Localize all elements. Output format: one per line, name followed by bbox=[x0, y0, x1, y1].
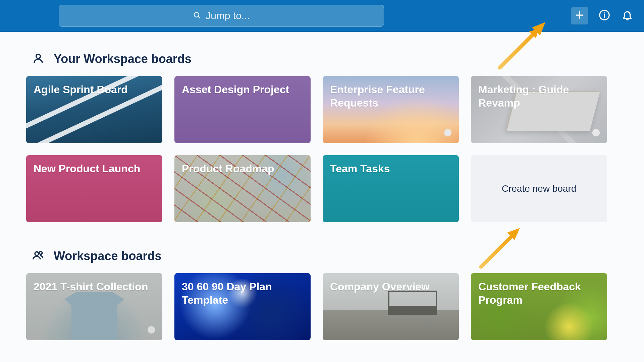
create-new-board-button[interactable]: Create new board bbox=[471, 155, 607, 222]
board-card-team-tasks[interactable]: Team Tasks bbox=[323, 155, 459, 222]
board-card-agile-sprint[interactable]: Agile Sprint Board bbox=[26, 76, 162, 143]
board-title: Team Tasks bbox=[330, 163, 390, 175]
svg-line-1 bbox=[198, 16, 200, 18]
create-button[interactable] bbox=[571, 7, 588, 24]
notifications-button[interactable] bbox=[621, 9, 634, 22]
board-card-2021-tshirt-collection[interactable]: 2021 T-shirt Collection bbox=[26, 273, 162, 340]
board-card-marketing-guide-revamp[interactable]: Marketing : Guide Revamp bbox=[471, 76, 607, 143]
your-boards-grid: Agile Sprint Board Asset Design Project … bbox=[26, 76, 618, 222]
board-title: Agile Sprint Board bbox=[34, 83, 128, 96]
board-indicator-dot bbox=[444, 129, 451, 136]
search-input[interactable]: Jump to... bbox=[59, 5, 384, 27]
topbar-actions bbox=[571, 7, 634, 24]
board-title: New Product Launch bbox=[34, 163, 140, 175]
svg-point-10 bbox=[36, 54, 41, 59]
board-card-30-60-90-plan[interactable]: 30 60 90 Day Plan Template bbox=[174, 273, 311, 340]
board-indicator-dot bbox=[148, 326, 155, 334]
board-card-customer-feedback-program[interactable]: Customer Feedback Program bbox=[471, 273, 607, 340]
workspace-boards-header: Workspace boards bbox=[32, 249, 618, 263]
board-title: Product Roadmap bbox=[182, 163, 274, 175]
board-card-product-roadmap[interactable]: Product Roadmap bbox=[174, 155, 311, 222]
info-icon bbox=[599, 9, 610, 22]
workspace-boards-grid: 2021 T-shirt Collection 30 60 90 Day Pla… bbox=[26, 273, 618, 340]
section-title: Workspace boards bbox=[54, 249, 161, 263]
create-new-board-label: Create new board bbox=[502, 183, 577, 194]
board-title: Company Overview bbox=[330, 281, 430, 293]
board-title: 2021 T-shirt Collection bbox=[34, 281, 148, 293]
svg-point-6 bbox=[604, 12, 605, 13]
search-icon bbox=[193, 10, 201, 21]
plus-icon bbox=[575, 10, 585, 21]
info-button[interactable] bbox=[598, 9, 611, 22]
your-workspace-boards-header: Your Workspace boards bbox=[32, 52, 618, 66]
section-title: Your Workspace boards bbox=[54, 52, 192, 66]
person-icon bbox=[32, 52, 44, 66]
board-card-asset-design[interactable]: Asset Design Project bbox=[174, 76, 311, 143]
board-indicator-dot bbox=[592, 129, 600, 136]
search-placeholder: Jump to... bbox=[206, 10, 250, 21]
bell-icon bbox=[622, 9, 633, 22]
board-card-enterprise-feature-requests[interactable]: Enterprise Feature Requests bbox=[323, 76, 459, 143]
people-icon bbox=[32, 249, 44, 263]
svg-point-12 bbox=[39, 251, 42, 254]
board-card-company-overview[interactable]: Company Overview bbox=[323, 273, 459, 340]
top-navigation-bar: Jump to... bbox=[0, 0, 644, 32]
board-card-new-product-launch[interactable]: New Product Launch bbox=[26, 155, 162, 222]
main-content: Your Workspace boards Agile Sprint Board… bbox=[0, 32, 644, 340]
svg-point-11 bbox=[35, 252, 39, 255]
board-title: Asset Design Project bbox=[182, 83, 289, 96]
